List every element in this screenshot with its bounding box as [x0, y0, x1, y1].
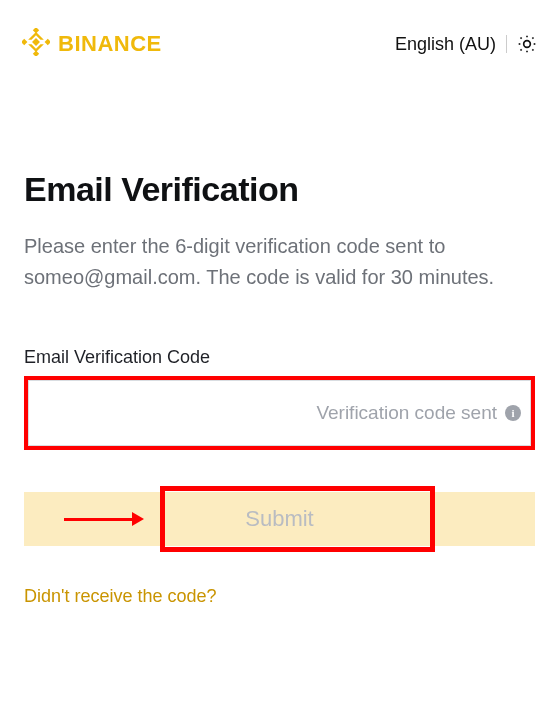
separator: [506, 35, 507, 53]
svg-line-11: [532, 49, 533, 50]
brand-name: BINANCE: [58, 31, 162, 57]
header-controls: English (AU): [395, 34, 537, 55]
svg-point-7: [524, 41, 531, 48]
svg-line-10: [521, 38, 522, 39]
verification-code-input[interactable]: [32, 384, 371, 442]
page-title: Email Verification: [24, 170, 535, 209]
resend-code-link[interactable]: Didn't receive the code?: [24, 586, 535, 607]
theme-toggle-icon[interactable]: [517, 34, 537, 54]
binance-logo-icon: [22, 28, 50, 60]
page-description: Please enter the 6-digit verification co…: [24, 231, 535, 293]
submit-row: Submit: [24, 486, 535, 552]
brand-logo[interactable]: BINANCE: [22, 28, 162, 60]
svg-line-15: [532, 38, 533, 39]
verification-code-input-container: Verification code sent i: [24, 376, 535, 450]
main-content: Email Verification Please enter the 6-di…: [0, 170, 559, 607]
header: BINANCE English (AU): [0, 0, 559, 60]
submit-label: Submit: [245, 506, 313, 532]
language-selector[interactable]: English (AU): [395, 34, 496, 55]
info-icon: i: [505, 405, 521, 421]
svg-rect-3: [45, 39, 50, 45]
annotation-arrow-icon: [64, 512, 144, 526]
svg-line-14: [521, 49, 522, 50]
svg-rect-2: [22, 39, 27, 45]
svg-rect-4: [32, 38, 40, 46]
field-label: Email Verification Code: [24, 347, 535, 368]
